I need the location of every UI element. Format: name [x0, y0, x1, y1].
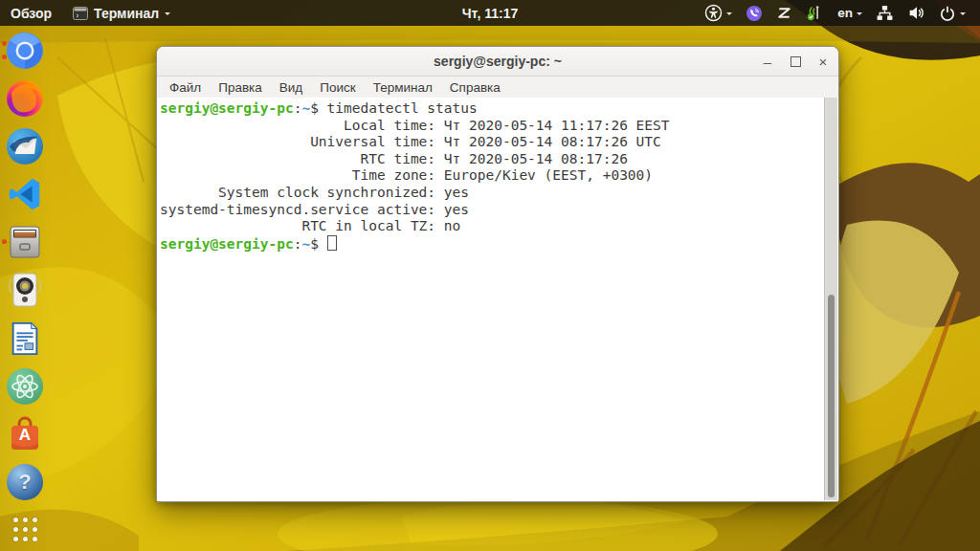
viber-tray-button[interactable] [739, 0, 769, 26]
top-bar-left: Обзор Терминал [0, 0, 181, 26]
dock: A ? [0, 26, 50, 551]
terminal-line: Time zone: Europe/Kiev (EEST, +0300) [160, 167, 821, 185]
prompt-path: ~ [301, 100, 310, 116]
close-button[interactable]: × [813, 52, 833, 71]
app-menu-button[interactable]: Терминал [62, 0, 181, 26]
keyboard-layout-label: en [837, 6, 853, 20]
chromium-icon [6, 32, 44, 70]
viber-icon [746, 5, 763, 22]
show-applications-grid-icon [11, 516, 39, 544]
accessibility-menu[interactable] [698, 0, 739, 26]
terminal-text: Local time: Чт 2020-05-14 11:17:26 EEST [160, 118, 670, 133]
chevron-down-icon [857, 12, 862, 18]
running-indicator [2, 41, 7, 46]
running-indicator [2, 55, 7, 59]
menu-item-file[interactable]: Файл [161, 80, 210, 95]
dock-item-chromium[interactable] [0, 32, 50, 70]
terminal-cursor [327, 235, 337, 251]
chevron-down-icon [726, 12, 732, 18]
window-title: sergiy@sergiy-pc: ~ [434, 54, 562, 69]
volume-button[interactable] [901, 0, 932, 26]
desktop: Обзор Терминал Чт, 11:17 [0, 0, 980, 551]
prompt-dollar: $ [310, 236, 326, 252]
terminal-window-icon [73, 7, 88, 20]
maximize-button[interactable] [786, 52, 805, 71]
dock-item-speaker[interactable] [0, 271, 50, 309]
vscode-icon [7, 176, 43, 212]
libreoffice-writer-icon [7, 320, 43, 357]
terminal-text: Time zone: Europe/Kiev (EEST, +0300) [160, 167, 653, 183]
terminal-line: sergiy@sergiy-pc:~$ [160, 235, 821, 253]
menu-item-view[interactable]: Вид [271, 80, 311, 95]
chevron-down-icon [960, 12, 966, 18]
thunderbird-icon [6, 127, 44, 165]
scrollbar-track[interactable] [824, 98, 837, 500]
activities-button[interactable]: Обзор [0, 0, 62, 26]
window-controls: – × [758, 47, 833, 76]
zoom-tray-button[interactable] [769, 0, 799, 26]
app-menu-label: Терминал [94, 6, 159, 21]
chevron-down-icon [165, 12, 170, 18]
power-icon [939, 5, 956, 22]
terminal-text: systemd-timesyncd.service active: yes [160, 202, 469, 217]
menu-bar: Файл Правка Вид Поиск Терминал Справка [157, 77, 838, 99]
terminal-line: Universal time: Чт 2020-05-14 08:17:26 U… [160, 134, 821, 151]
scrollbar-thumb[interactable] [828, 295, 835, 497]
antenna-signal-icon [806, 4, 824, 22]
prompt-user-host: sergiy@sergiy-pc [160, 236, 294, 252]
z-letter-icon [776, 5, 792, 21]
system-tray: en [698, 0, 980, 26]
dock-item-vscode[interactable] [0, 175, 50, 213]
terminal-line: sergiy@sergiy-pc:~$ timedatectl status [160, 100, 821, 118]
file-cabinet-icon [6, 223, 44, 261]
terminal-text: Universal time: Чт 2020-05-14 08:17:26 U… [160, 134, 661, 149]
accessibility-icon [704, 4, 723, 22]
menu-item-edit[interactable]: Правка [210, 80, 271, 95]
prompt-path: ~ [301, 236, 310, 252]
wired-network-button[interactable] [869, 0, 901, 26]
dock-item-ubuntu-software[interactable]: A [0, 415, 50, 453]
dock-item-help[interactable]: ? [0, 463, 50, 501]
software-letter-a: A [0, 426, 50, 445]
speaker-volume-icon [907, 4, 925, 22]
dock-item-libreoffice-writer[interactable] [0, 320, 50, 358]
dock-item-file-manager[interactable] [0, 223, 50, 261]
titlebar[interactable]: sergiy@sergiy-pc: ~ – × [157, 47, 838, 77]
power-menu-button[interactable] [932, 0, 972, 26]
prompt-user-host: sergiy@sergiy-pc [160, 100, 294, 116]
atom-icon [6, 367, 44, 406]
terminal-content[interactable]: sergiy@sergiy-pc:~$ timedatectl status L… [157, 98, 838, 501]
dock-item-show-applications[interactable] [0, 511, 50, 549]
terminal-line: RTC time: Чт 2020-05-14 08:17:26 [160, 151, 821, 168]
firefox-icon [6, 79, 44, 118]
minimize-button[interactable]: – [758, 52, 777, 71]
dock-item-thunderbird[interactable] [0, 127, 50, 165]
terminal-line: System clock synchronized: yes [160, 185, 821, 202]
ethernet-network-icon [876, 4, 894, 22]
terminal-text: RTC in local TZ: no [160, 218, 460, 233]
terminal-line: RTC in local TZ: no [160, 218, 821, 235]
terminal-window: sergiy@sergiy-pc: ~ – × Файл Правка Вид … [156, 46, 839, 502]
keyboard-layout-button[interactable]: en [831, 0, 869, 26]
menu-item-search[interactable]: Поиск [311, 80, 364, 95]
terminal-text: System clock synchronized: yes [160, 185, 469, 200]
speaker-app-icon [6, 271, 44, 309]
network-signal-tray-button[interactable] [799, 0, 831, 26]
command-text: $ timedatectl status [310, 100, 478, 116]
terminal-text: RTC time: Чт 2020-05-14 08:17:26 [160, 151, 628, 166]
dock-item-atom[interactable] [0, 367, 50, 406]
dock-item-firefox[interactable] [0, 79, 50, 118]
terminal-line: Local time: Чт 2020-05-14 11:17:26 EEST [160, 118, 821, 135]
clock-label: Чт, 11:17 [462, 6, 518, 21]
maximize-square-icon [791, 56, 801, 67]
menu-item-terminal[interactable]: Терминал [365, 80, 441, 95]
help-question-icon: ? [7, 464, 43, 500]
top-bar: Обзор Терминал Чт, 11:17 [0, 0, 980, 26]
activities-label: Обзор [11, 6, 52, 21]
menu-item-help[interactable]: Справка [441, 80, 509, 95]
clock-button[interactable]: Чт, 11:17 [453, 0, 527, 26]
terminal-line: systemd-timesyncd.service active: yes [160, 202, 821, 219]
help-glyph: ? [18, 470, 31, 495]
